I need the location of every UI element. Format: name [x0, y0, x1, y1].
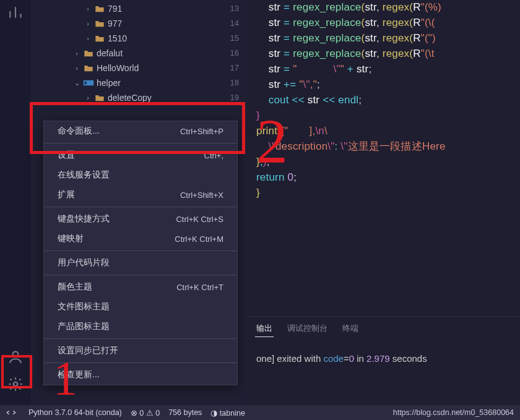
- status-python[interactable]: Python 3.7.0 64-bit (conda): [28, 408, 122, 417]
- folder-icon: [94, 33, 105, 44]
- code-editor[interactable]: str = regex_replace(str, regex(R"(%) str…: [248, 0, 520, 316]
- status-errors[interactable]: ⊗ 0 ⚠ 0: [131, 408, 160, 418]
- menu-label: 设置: [58, 150, 75, 161]
- editor-area: str = regex_replace(str, regex(R"(%) str…: [248, 0, 520, 420]
- chevron-icon: ›: [84, 35, 92, 42]
- chevron-icon: ›: [84, 20, 92, 27]
- menu-shortcut: Ctrl+,: [204, 151, 223, 160]
- folder-icon: [83, 62, 94, 74]
- tree-item[interactable]: ⌄helper: [31, 75, 248, 90]
- svg-rect-3: [85, 82, 87, 84]
- menu-label: 检查更新...: [58, 369, 100, 380]
- menu-item[interactable]: 产品图标主题: [44, 317, 237, 336]
- menu-label: 在线服务设置: [58, 169, 110, 181]
- menu-item[interactable]: 文件图标主题: [44, 297, 237, 317]
- menu-separator: [44, 338, 237, 339]
- menu-shortcut: Ctrl+K Ctrl+S: [176, 215, 223, 224]
- menu-separator: [44, 143, 237, 144]
- tree-item[interactable]: ›defalut: [31, 46, 248, 61]
- menu-separator: [44, 251, 237, 251]
- menu-item[interactable]: 用户代码片段: [44, 253, 237, 273]
- chevron-icon: ›: [73, 64, 80, 72]
- menu-item[interactable]: 在线服务设置: [44, 165, 237, 185]
- menu-label: 扩展: [58, 189, 75, 200]
- line-number: 16: [230, 46, 244, 61]
- panel-tab[interactable]: 调试控制台: [286, 320, 329, 337]
- activity-bar: [0, 0, 31, 420]
- menu-separator: [44, 362, 237, 363]
- bottom-panel: 输出调试控制台终端 one] exited with code=0 in 2.9…: [248, 316, 520, 420]
- menu-item[interactable]: 颜色主题Ctrl+K Ctrl+T: [44, 277, 237, 297]
- menu-label: 产品图标主题: [58, 321, 110, 332]
- menu-label: 用户代码片段: [58, 257, 110, 268]
- chevron-icon: ›: [84, 5, 92, 12]
- menu-label: 颜色主题: [58, 281, 92, 293]
- status-bar: Python 3.7.0 64-bit (conda) ⊗ 0 ⚠ 0 756 …: [0, 405, 520, 420]
- tree-item[interactable]: ›1510: [31, 31, 248, 46]
- menu-shortcut: Ctrl+K Ctrl+T: [176, 283, 223, 292]
- menu-label: 设置同步已打开: [58, 345, 118, 356]
- menu-label: 文件图标主题: [58, 301, 110, 312]
- menu-item[interactable]: 设置同步已打开: [44, 341, 237, 361]
- tree-item[interactable]: ›HelloWorld: [31, 61, 248, 75]
- menu-item[interactable]: 扩展Ctrl+Shift+X: [44, 185, 237, 205]
- line-number: 19: [230, 90, 244, 105]
- chevron-icon: ›: [73, 49, 80, 57]
- svg-point-1: [14, 382, 18, 387]
- tree-label: HelloWorld: [97, 63, 139, 73]
- menu-separator: [44, 275, 237, 275]
- account-icon[interactable]: [7, 348, 24, 366]
- tree-item[interactable]: ›791: [31, 1, 248, 16]
- settings-context-menu: 命令面板...Ctrl+Shift+P设置Ctrl+,在线服务设置扩展Ctrl+…: [43, 121, 238, 385]
- folder-icon: [94, 3, 105, 14]
- folder-icon: [94, 92, 105, 103]
- folder-icon: [83, 48, 94, 59]
- chevron-icon: ›: [84, 94, 92, 101]
- line-number: 14: [230, 16, 244, 31]
- status-bytes[interactable]: 756 bytes: [168, 408, 202, 417]
- menu-separator: [44, 207, 237, 207]
- tree-label: helper: [97, 78, 121, 88]
- line-number: 15: [230, 31, 244, 46]
- menu-item[interactable]: 命令面板...Ctrl+Shift+P: [44, 121, 237, 141]
- module-icon: [83, 77, 94, 88]
- panel-tab[interactable]: 终端: [341, 320, 360, 337]
- tree-item[interactable]: ›977: [31, 16, 248, 31]
- line-number: 18: [230, 75, 244, 90]
- tree-label: deleteCopy: [108, 93, 152, 103]
- tree-label: defalut: [97, 48, 123, 58]
- svg-point-0: [13, 351, 19, 357]
- menu-item[interactable]: 键映射Ctrl+K Ctrl+M: [44, 229, 237, 249]
- watermark: https://blog.csdn.net/m0_53680064: [393, 408, 520, 417]
- menu-shortcut: Ctrl+Shift+X: [180, 191, 223, 200]
- menu-item[interactable]: 键盘快捷方式Ctrl+K Ctrl+S: [44, 209, 237, 229]
- tree-item[interactable]: ›deleteCopy: [31, 90, 248, 105]
- menu-shortcut: Ctrl+Shift+P: [180, 127, 223, 136]
- menu-item[interactable]: 设置Ctrl+,: [44, 145, 237, 165]
- line-number: 17: [230, 61, 244, 75]
- menu-label: 键映射: [58, 233, 84, 244]
- panel-tab[interactable]: 输出: [255, 320, 274, 337]
- menu-label: 键盘快捷方式: [58, 213, 110, 225]
- remote-icon[interactable]: [0, 405, 22, 420]
- gear-icon[interactable]: [7, 375, 24, 393]
- tree-label: 1510: [108, 33, 127, 43]
- status-tabnine[interactable]: ◑ tabnine: [210, 408, 245, 418]
- menu-label: 命令面板...: [58, 126, 100, 137]
- menu-item[interactable]: 检查更新...: [44, 365, 237, 385]
- tree-label: 791: [108, 4, 122, 14]
- line-number: 13: [230, 1, 244, 16]
- folder-icon: [94, 18, 105, 29]
- menu-shortcut: Ctrl+K Ctrl+M: [175, 234, 223, 244]
- tree-label: 977: [108, 19, 122, 28]
- graph-icon[interactable]: [7, 4, 24, 21]
- chevron-icon: ⌄: [73, 79, 80, 87]
